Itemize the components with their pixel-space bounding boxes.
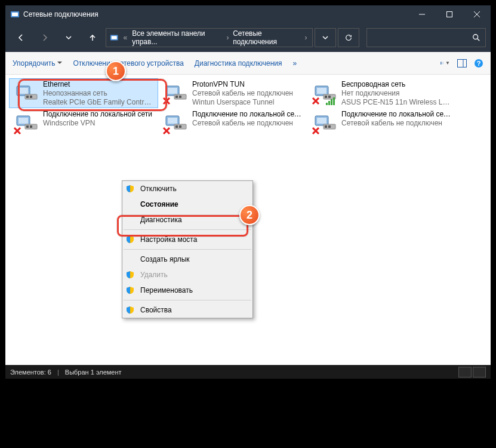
diagnose-connection-button[interactable]: Диагностика подключения	[195, 59, 282, 67]
breadcrumb-sep: «	[123, 33, 127, 42]
connection-item[interactable]: Подключение по локальной сетиWindscribe …	[9, 108, 158, 138]
wifi-signal-icon	[326, 97, 335, 105]
annotation-badge-1: 1	[106, 61, 126, 81]
disconnected-x-icon	[13, 127, 21, 135]
window-title: Сетевые подключения	[23, 10, 408, 19]
svg-rect-7	[112, 36, 117, 39]
ctx-shortcut[interactable]: Создать ярлык	[122, 251, 252, 267]
connection-name: Подключение по локальной сети	[43, 110, 155, 119]
maximize-button[interactable]	[436, 5, 463, 23]
disconnected-x-icon	[162, 127, 171, 135]
search-icon	[472, 33, 480, 42]
separator: |	[57, 369, 59, 376]
ctx-disable[interactable]: Отключить	[122, 181, 252, 197]
disconnected-x-icon	[312, 127, 320, 135]
connection-name: Подключение по локальной сети 3	[341, 110, 454, 119]
connection-item[interactable]: Подключение по локальной сети 2Сетевой к…	[158, 108, 307, 138]
ctx-properties[interactable]: Свойства	[122, 302, 252, 318]
overflow-button[interactable]: »	[293, 59, 297, 67]
svg-rect-38	[19, 118, 28, 124]
svg-rect-19	[19, 88, 28, 94]
connection-name: Ethernet	[43, 80, 155, 89]
minimize-button[interactable]	[408, 5, 436, 23]
connection-item[interactable]: EthernetНеопознанная сетьRealtek PCIe Gb…	[9, 78, 158, 108]
close-button[interactable]	[463, 5, 491, 23]
network-adapter-icon	[14, 84, 38, 102]
connection-device: Wintun Userspace Tunnel	[192, 98, 304, 106]
shield-icon	[126, 185, 134, 193]
svg-rect-41	[30, 125, 32, 128]
app-icon	[10, 10, 20, 19]
back-button[interactable]	[10, 28, 32, 47]
connection-name: ProtonVPN TUN	[192, 80, 304, 89]
disconnected-x-icon	[162, 97, 171, 105]
separator	[124, 300, 251, 300]
connection-status: Неопознанная сеть	[43, 89, 155, 98]
titlebar[interactable]: Сетевые подключения	[5, 5, 491, 23]
connection-name: Беспроводная сеть	[341, 80, 454, 89]
svg-rect-55	[328, 125, 331, 128]
help-button[interactable]: ?	[474, 59, 483, 68]
navigation-bar: « Все элементы панели управ... › Сетевые…	[5, 23, 491, 52]
up-button[interactable]	[82, 28, 103, 47]
location-icon	[110, 33, 118, 42]
ctx-delete: Удалить	[122, 267, 252, 283]
svg-rect-47	[175, 125, 178, 128]
svg-rect-24	[168, 88, 177, 94]
svg-rect-27	[179, 96, 181, 98]
svg-rect-52	[317, 118, 326, 124]
ctx-status[interactable]: Состояние	[122, 197, 252, 212]
annotation-badge-2: 2	[239, 205, 260, 225]
connection-item[interactable]: Подключение по локальной сети 3Сетевой к…	[307, 108, 457, 138]
svg-rect-54	[325, 125, 327, 128]
svg-rect-14	[458, 59, 467, 67]
svg-point-8	[473, 35, 478, 39]
address-bar[interactable]: « Все элементы панели управ... › Сетевые…	[106, 28, 313, 47]
shield-icon	[126, 286, 134, 294]
svg-rect-3	[447, 12, 452, 17]
address-dropdown-button[interactable]	[315, 28, 336, 47]
chevron-right-icon[interactable]: ›	[225, 33, 230, 42]
refresh-button[interactable]	[338, 28, 359, 47]
disconnected-x-icon	[312, 97, 320, 105]
ctx-diagnose[interactable]: Диагностика	[122, 212, 252, 228]
separator	[124, 249, 251, 250]
search-box[interactable]	[366, 28, 486, 47]
shield-icon	[126, 271, 134, 279]
chevron-right-icon[interactable]: ›	[303, 33, 309, 42]
details-view-button[interactable]	[458, 367, 472, 378]
forward-button[interactable]	[34, 28, 56, 47]
connection-item[interactable]: Беспроводная сетьНет подключенияASUS PCE…	[307, 78, 457, 108]
connection-device: Realtek PCIe GbE Family Controller	[43, 98, 155, 106]
ctx-rename[interactable]: Переименовать	[122, 283, 252, 298]
command-bar: Упорядочить Отключение сетевого устройст…	[5, 52, 491, 75]
shield-icon	[126, 235, 134, 244]
connection-status: Windscribe VPN	[43, 119, 155, 128]
connection-status: Сетевой кабель не подключен	[192, 119, 304, 128]
svg-rect-45	[168, 118, 177, 124]
preview-pane-button[interactable]	[457, 59, 467, 68]
svg-rect-31	[317, 88, 326, 94]
explorer-window: Сетевые подключения « Все элементы панел…	[5, 5, 491, 379]
connection-status: Нет подключения	[341, 89, 454, 98]
organize-menu[interactable]: Упорядочить	[13, 59, 62, 67]
svg-rect-21	[26, 96, 29, 98]
breadcrumb-item[interactable]: Все элементы панели управ...	[132, 29, 223, 46]
connection-status: Сетевой кабель не подключен	[341, 119, 454, 128]
svg-rect-40	[26, 125, 29, 128]
ctx-bridge[interactable]: Настройка моста	[122, 232, 252, 247]
disable-device-button[interactable]: Отключение сетевого устройства	[73, 59, 183, 67]
svg-rect-48	[179, 125, 181, 128]
svg-rect-22	[30, 96, 32, 98]
connection-item[interactable]: ProtonVPN TUNСетевой кабель не подключен…	[158, 78, 307, 108]
svg-rect-11	[440, 63, 442, 65]
status-count: Элементов: 6	[10, 369, 51, 376]
connection-device: ASUS PCE-N15 11n Wireless LAN ...	[341, 98, 454, 106]
view-options-button[interactable]: ▼	[440, 59, 450, 68]
breadcrumb-item[interactable]: Сетевые подключения	[233, 29, 301, 46]
recent-button[interactable]	[58, 28, 79, 47]
svg-rect-10	[440, 62, 442, 63]
connection-name: Подключение по локальной сети 2	[192, 110, 304, 119]
tiles-view-button[interactable]	[473, 367, 486, 378]
svg-rect-26	[175, 96, 178, 98]
